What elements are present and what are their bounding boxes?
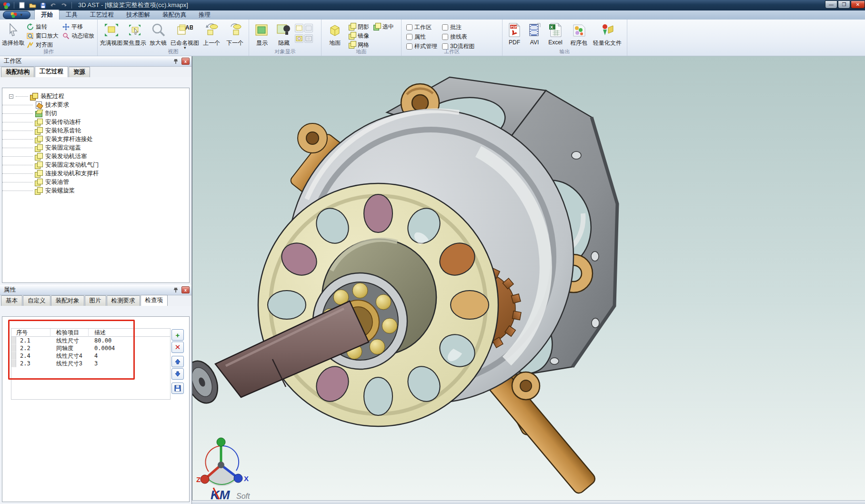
tab-reasoning[interactable]: 推理 [192,10,217,20]
tab-image[interactable]: 图片 [85,295,106,306]
mirror-button[interactable]: 镜像 [346,31,396,40]
pin-icon[interactable] [172,286,180,294]
collapse-icon[interactable]: − [9,94,13,99]
shadow-button[interactable]: 阴影 [346,22,371,31]
close-icon[interactable]: x [181,58,190,65]
checkbox-workspace[interactable]: 工作区 [406,23,437,31]
group-object-display: 显示 隐藏 [249,20,322,56]
row-selector[interactable] [11,337,16,344]
prev-view-button[interactable]: 上一个 [200,21,223,49]
tab-inspection-requirements[interactable]: 检测要求 [107,295,140,306]
export-lightweight-button[interactable]: 轻量化文件 [591,21,624,49]
group-operate: 选择拾取 旋转 窗口放大 对齐面 平移 动态缩放 [0,20,98,56]
pin-icon[interactable] [172,58,180,65]
next-view-button[interactable]: 下一个 [223,21,247,49]
move-down-button[interactable] [171,368,184,380]
redo-button[interactable] [60,1,68,9]
add-row-button[interactable]: + [171,329,184,341]
tab-process[interactable]: 工艺过程 [84,10,120,20]
fit-view-icon [103,22,120,38]
rotate-button[interactable]: 旋转 [25,22,60,31]
table-row[interactable]: 2.3 线性尺寸3 3 [11,360,170,367]
dynamic-zoom-button[interactable]: 动态缩放 [60,31,96,40]
table-row[interactable]: 2.1 线性尺寸 80.00 [11,337,170,344]
tree-item[interactable]: 安装固定端盖 [2,143,189,152]
checkbox-annotation[interactable]: 批注 [442,23,474,31]
display-mode-wire-button[interactable] [295,24,303,32]
tree-item[interactable]: 安装固定发动机气门 [2,161,189,169]
table-row[interactable]: 2.2 同轴度 0.0004 [11,344,170,352]
tree-item[interactable]: 安装支撑杆连接处 [2,135,189,143]
tab-tools[interactable]: 工具 [60,10,84,20]
tab-custom[interactable]: 自定义 [23,295,50,306]
export-excel-button[interactable]: X Excel [544,21,566,49]
tab-check-items[interactable]: 检查项 [141,295,168,306]
row-selector[interactable] [11,360,16,367]
workspace-checkbox-input[interactable] [406,24,412,30]
open-file-button[interactable] [28,1,37,9]
ground-button[interactable]: 地面 [323,21,346,49]
pan-button[interactable]: 平移 [60,22,96,31]
group-output: PDF PDF AVI X Excel 程序包 轻量化文件 [503,20,627,56]
selected-button[interactable]: 选中 [371,22,396,31]
tab-tech-illustration[interactable]: 技术图解 [120,10,156,20]
tree-item[interactable]: 安装传动连杆 [2,118,189,126]
delete-row-button[interactable]: ✕ [171,342,184,353]
save-button[interactable] [39,1,47,9]
close-icon[interactable]: x [181,286,190,293]
magnifier-button[interactable]: 放大镜 [146,21,170,49]
focus-display-button[interactable]: 聚焦显示 [123,21,146,49]
svg-text:AB: AB [185,24,193,31]
export-avi-button[interactable]: AVI [524,21,544,49]
display-mode-hidden-button[interactable] [304,24,313,32]
tab-assembly-object[interactable]: 装配对象 [51,295,84,306]
undo-button[interactable] [49,1,58,9]
display-mode-shaded-button[interactable] [295,34,303,43]
tree-item[interactable]: 安装螺旋桨 [2,186,189,195]
display-mode-transparent-button[interactable] [304,34,313,43]
restore-button[interactable]: ❐ [838,0,850,9]
title-bar: 3D AST - [螺旋桨完整检查项(cc).kmapx] — ❐ ✕ [0,0,865,10]
properties-checkbox-input[interactable] [406,34,412,40]
tab-resources[interactable]: 资源 [69,67,90,77]
annotation-checkbox-input[interactable] [442,24,448,30]
save-table-button[interactable] [171,383,184,394]
process-step-icon [35,118,43,126]
tree-item[interactable]: 连接发动机和支撑杆 [2,169,189,178]
tree-item[interactable]: 技术要求 [2,101,189,109]
export-pdf-button[interactable]: PDF PDF [504,21,524,49]
checkbox-properties[interactable]: 属性 [406,33,437,41]
tab-assembly-sim[interactable]: 装配仿真 [156,10,192,20]
tree-root-row[interactable]: − 装配过程 [2,92,189,101]
fit-view-button[interactable]: 充满视图 [100,21,123,49]
table-row[interactable]: 2.4 线性尺寸4 4 [11,352,170,360]
new-file-button[interactable] [18,1,26,9]
tab-basic[interactable]: 基本 [1,295,22,306]
tab-start[interactable]: 开始 [34,10,60,20]
wiring-table-checkbox-input[interactable] [442,34,448,40]
row-selector[interactable] [11,352,16,360]
move-up-button[interactable] [171,356,184,367]
axis-label-z: Z [196,475,201,484]
engine-assembly-model: Z X KM Soft [192,56,865,500]
select-pick-button[interactable]: 选择拾取 [2,21,25,49]
checkbox-wiring-table[interactable]: 接线表 [442,33,474,41]
show-button[interactable]: 显示 [251,21,273,49]
named-views-button[interactable]: AB 已命名视图 ▼ [170,21,200,49]
hide-button[interactable]: 隐藏 [273,21,295,49]
axis-label-x: X [244,474,249,483]
tree-item[interactable]: 安装油管 [2,178,189,186]
window-zoom-button[interactable]: 窗口放大 [25,31,60,40]
close-button[interactable]: ✕ [851,0,865,9]
tree-item[interactable]: 剖切 [2,109,189,118]
viewport-3d[interactable]: Z X KM Soft [192,56,865,500]
export-package-button[interactable]: 程序包 [566,21,591,49]
minimize-button[interactable]: — [825,0,837,9]
tree-item[interactable]: 安装轮系齿轮 [2,126,189,135]
tree-item[interactable]: 安装发动机活塞 [2,152,189,161]
application-menu-button[interactable]: ▼ [3,11,30,19]
named-views-icon: AB [177,22,193,38]
tab-assembly-structure[interactable]: 装配结构 [1,67,34,77]
row-selector[interactable] [11,344,16,352]
tab-process-tree[interactable]: 工艺过程 [35,66,68,77]
